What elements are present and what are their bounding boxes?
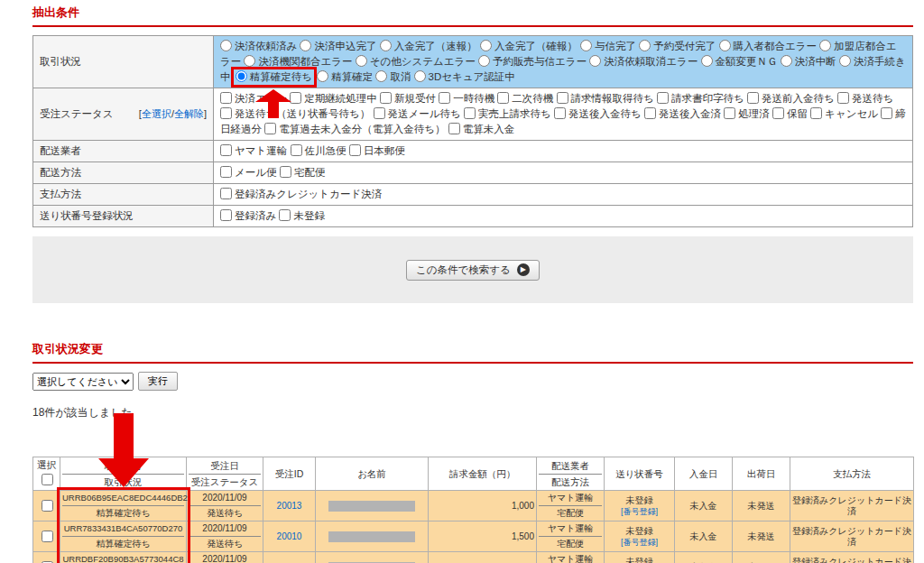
radio-option-決済中断[interactable]: 決済中断	[781, 56, 836, 67]
radio-option-3Dセキュア認証中[interactable]: 3Dセキュア認証中	[414, 71, 515, 82]
tracking-register-link[interactable]: [番号登録]	[621, 538, 658, 547]
radio-input[interactable]	[236, 70, 247, 82]
checkbox-option-二次待機[interactable]: 二次待機	[497, 93, 553, 104]
checkbox-input[interactable]	[439, 92, 450, 104]
radio-input[interactable]	[639, 40, 651, 51]
checkbox-option-定期継続処理中[interactable]: 定期継続処理中	[290, 93, 377, 104]
select-all-link[interactable]: 全選択	[142, 108, 171, 119]
radio-input[interactable]	[781, 55, 792, 67]
checkbox-option-処理済[interactable]: 処理済	[724, 108, 770, 119]
execute-button[interactable]: 実行	[138, 372, 178, 391]
checkbox-option-発送後入金待ち[interactable]: 発送後入金待ち	[554, 108, 642, 119]
radio-input[interactable]	[244, 55, 255, 67]
select-all-checkbox[interactable]	[42, 474, 53, 485]
checkbox-option-メール便[interactable]: メール便	[220, 167, 277, 178]
checkbox-option-日本郵便[interactable]: 日本郵便	[349, 145, 405, 156]
checkbox-option-決済エラー[interactable]: 決済エラー	[220, 93, 287, 104]
checkbox-option-登録済み[interactable]: 登録済み	[220, 210, 276, 221]
checkbox-option-一時待機[interactable]: 一時待機	[439, 93, 494, 104]
checkbox-input[interactable]	[220, 188, 232, 199]
radio-input[interactable]	[380, 40, 392, 51]
checkbox-option-発送待ち（送り状番号待ち）[interactable]: 発送待ち（送り状番号待ち）	[220, 108, 370, 119]
checkbox-option-実売上請求待ち[interactable]: 実売上請求待ち	[464, 108, 551, 119]
checkbox-input[interactable]	[644, 107, 656, 119]
checkbox-option-発送前入金待ち[interactable]: 発送前入金待ち	[747, 93, 835, 104]
radio-input[interactable]	[589, 55, 601, 67]
radio-input[interactable]	[701, 55, 713, 67]
checkbox-option-ヤマト運輸[interactable]: ヤマト運輸	[220, 145, 287, 156]
checkbox-input[interactable]	[837, 92, 849, 104]
radio-option-精算確定待ち[interactable]: 精算確定待ち	[234, 69, 314, 85]
radio-input[interactable]	[478, 55, 490, 67]
checkbox-input[interactable]	[380, 92, 392, 104]
checkbox-input[interactable]	[448, 123, 460, 134]
checkbox-input[interactable]	[264, 123, 276, 134]
checkbox-option-登録済みクレジットカード決済[interactable]: 登録済みクレジットカード決済	[220, 189, 382, 199]
checkbox-input[interactable]	[747, 92, 759, 104]
checkbox-input[interactable]	[220, 209, 232, 221]
order-id-link[interactable]: 20010	[277, 531, 302, 541]
checkbox-option-発送メール待ち[interactable]: 発送メール待ち	[374, 108, 461, 119]
row-select-checkbox[interactable]	[42, 531, 53, 542]
checkbox-input[interactable]	[280, 166, 291, 178]
radio-option-その他システムエラー[interactable]: その他システムエラー	[356, 56, 476, 67]
radio-input[interactable]	[300, 40, 311, 51]
checkbox-input[interactable]	[220, 144, 232, 156]
checkbox-input[interactable]	[349, 144, 361, 156]
radio-option-購入者都合エラー[interactable]: 購入者都合エラー	[719, 41, 818, 51]
checkbox-input[interactable]	[881, 107, 892, 119]
checkbox-input[interactable]	[724, 107, 735, 119]
radio-option-決済機関都合エラー[interactable]: 決済機関都合エラー	[244, 56, 352, 67]
search-button[interactable]: この条件で検索する ▶	[406, 260, 540, 281]
radio-option-与信完了[interactable]: 与信完了	[580, 41, 636, 51]
clear-all-link[interactable]: 全解除	[174, 108, 204, 119]
checkbox-option-請求書印字待ち[interactable]: 請求書印字待ち	[657, 93, 744, 104]
checkbox-input[interactable]	[374, 107, 385, 119]
checkbox-input[interactable]	[220, 107, 232, 119]
checkbox-input[interactable]	[220, 166, 232, 178]
checkbox-option-請求情報取得待ち[interactable]: 請求情報取得待ち	[557, 93, 654, 104]
radio-option-精算確定[interactable]: 精算確定	[317, 71, 373, 82]
checkbox-input[interactable]	[220, 92, 232, 104]
checkbox-input[interactable]	[279, 209, 291, 221]
checkbox-option-佐川急便[interactable]: 佐川急便	[291, 145, 346, 156]
radio-option-金額変更ＮＧ[interactable]: 金額変更ＮＧ	[701, 56, 778, 67]
radio-option-予約受付完了[interactable]: 予約受付完了	[639, 41, 716, 51]
radio-option-決済依頼済み[interactable]: 決済依頼済み	[220, 41, 297, 51]
radio-input[interactable]	[356, 55, 367, 67]
radio-input[interactable]	[414, 70, 426, 82]
radio-option-予約販売与信エラー[interactable]: 予約販売与信エラー	[478, 56, 587, 67]
radio-input[interactable]	[220, 40, 232, 51]
radio-option-入金完了（確報）[interactable]: 入金完了（確報）	[480, 41, 578, 51]
checkbox-option-保留[interactable]: 保留	[772, 108, 808, 119]
checkbox-input[interactable]	[657, 92, 669, 104]
radio-option-決済依頼取消エラー[interactable]: 決済依頼取消エラー	[589, 56, 698, 67]
checkbox-option-発送後入金済[interactable]: 発送後入金済	[644, 108, 721, 119]
checkbox-option-発送待ち[interactable]: 発送待ち	[837, 93, 893, 104]
checkbox-input[interactable]	[464, 107, 476, 119]
radio-input[interactable]	[480, 40, 492, 51]
checkbox-input[interactable]	[497, 92, 509, 104]
checkbox-input[interactable]	[291, 144, 302, 156]
radio-input[interactable]	[719, 40, 731, 51]
radio-input[interactable]	[839, 55, 851, 67]
order-id-link[interactable]: 20013	[277, 501, 302, 511]
radio-input[interactable]	[580, 40, 592, 51]
radio-option-決済申込完了[interactable]: 決済申込完了	[300, 41, 376, 51]
tracking-register-link[interactable]: [番号登録]	[621, 507, 658, 516]
checkbox-option-未登録[interactable]: 未登録	[279, 210, 325, 221]
checkbox-input[interactable]	[557, 92, 568, 104]
checkbox-input[interactable]	[554, 107, 566, 119]
status-change-select[interactable]: 選択してください	[32, 373, 134, 391]
checkbox-option-宅配便[interactable]: 宅配便	[280, 167, 326, 178]
radio-input[interactable]	[375, 70, 387, 82]
radio-input[interactable]	[819, 40, 831, 51]
checkbox-option-電算未入金[interactable]: 電算未入金	[448, 124, 515, 134]
row-select-checkbox[interactable]	[42, 500, 53, 512]
checkbox-option-電算過去未入金分（電算入金待ち）[interactable]: 電算過去未入金分（電算入金待ち）	[264, 124, 445, 134]
checkbox-input[interactable]	[810, 107, 822, 119]
checkbox-option-新規受付[interactable]: 新規受付	[380, 93, 436, 104]
radio-option-取消[interactable]: 取消	[375, 71, 411, 82]
checkbox-input[interactable]	[290, 92, 301, 104]
radio-input[interactable]	[317, 70, 328, 82]
